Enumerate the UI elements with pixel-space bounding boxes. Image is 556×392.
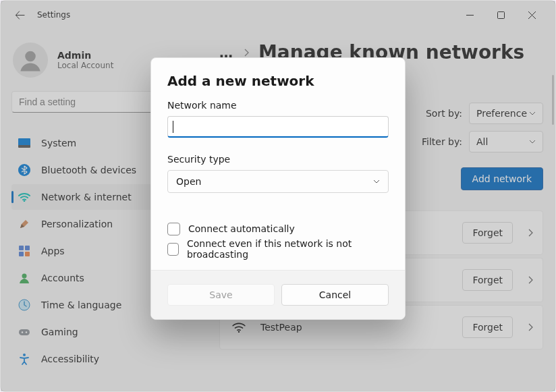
checkbox-label: Connect even if this network is not broa… (187, 238, 389, 260)
settings-window: Settings Admin Local Account (0, 0, 556, 392)
dialog-title: Add a new network (167, 73, 389, 89)
checkbox-box (167, 243, 179, 256)
security-type-value: Open (176, 176, 201, 187)
text-caret (173, 121, 173, 133)
network-name-input[interactable] (167, 116, 389, 138)
cancel-button[interactable]: Cancel (281, 284, 389, 306)
save-button[interactable]: Save (167, 284, 275, 306)
security-type-select[interactable]: Open (167, 170, 389, 193)
security-type-label: Security type (167, 154, 389, 165)
network-name-label: Network name (167, 100, 389, 111)
connect-auto-checkbox[interactable]: Connect automatically (167, 220, 389, 237)
modal-scrim: Add a new network Network name Security … (1, 1, 555, 391)
connect-hidden-checkbox[interactable]: Connect even if this network is not broa… (167, 240, 389, 258)
checkbox-label: Connect automatically (188, 223, 295, 234)
dialog-footer: Save Cancel (151, 270, 405, 319)
add-network-dialog: Add a new network Network name Security … (150, 57, 406, 320)
checkbox-box (167, 223, 180, 235)
chevron-down-icon (373, 179, 380, 184)
